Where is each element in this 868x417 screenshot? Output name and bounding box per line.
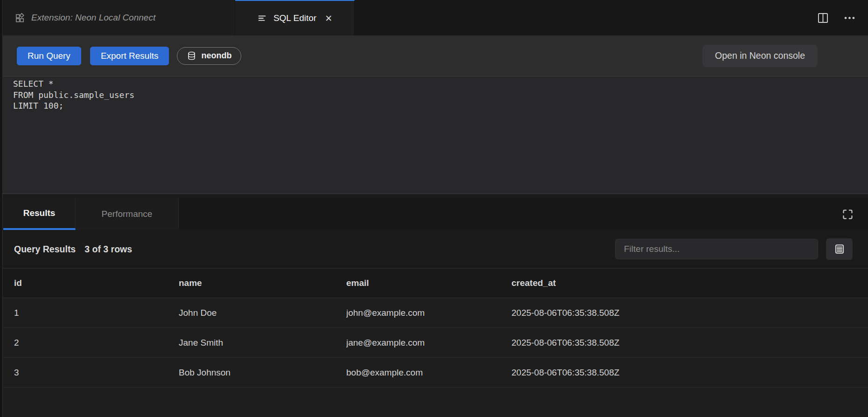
column-header[interactable]: name	[179, 278, 346, 288]
table-cell: Bob Johnson	[179, 368, 346, 378]
table-row[interactable]: 1John Doejohn@example.com2025-08-06T06:3…	[0, 298, 868, 328]
expand-fullscreen-icon[interactable]	[840, 207, 855, 222]
tab-sql-editor[interactable]: SQL Editor ✕	[235, 0, 355, 35]
tab-extension-neon-local-connect[interactable]: Extension: Neon Local Connect	[3, 0, 235, 35]
table-view-toggle-button[interactable]	[826, 238, 853, 260]
tab-results[interactable]: Results	[3, 198, 76, 230]
database-icon	[187, 51, 196, 61]
table-cell: 2	[14, 338, 179, 348]
table-cell: 3	[14, 368, 179, 378]
table-cell: bob@example.com	[346, 368, 511, 378]
sql-editor-toolbar: Run Query Export Results neondb Open in …	[0, 35, 868, 76]
window-left-edge	[0, 0, 3, 417]
editor-tab-bar: Extension: Neon Local Connect SQL Editor…	[0, 0, 868, 35]
tab-label: Extension: Neon Local Connect	[31, 13, 155, 23]
tab-performance[interactable]: Performance	[76, 198, 179, 230]
column-header[interactable]: created_at	[511, 278, 868, 288]
query-results-header: Query Results 3 of 3 rows	[0, 230, 868, 268]
list-lines-icon	[257, 13, 267, 23]
database-name: neondb	[201, 51, 231, 61]
rows-lines-icon	[833, 243, 846, 255]
table-cell: 2025-08-06T06:35:38.508Z	[511, 368, 868, 378]
split-editor-icon[interactable]	[817, 12, 829, 24]
row-count-badge: 3 of 3 rows	[84, 244, 132, 255]
results-table: idnameemailcreated_at 1John Doejohn@exam…	[0, 268, 868, 417]
tab-bar-actions	[817, 0, 868, 35]
column-header[interactable]: id	[14, 278, 179, 288]
run-query-button[interactable]: Run Query	[17, 47, 81, 65]
more-actions-icon[interactable]	[843, 12, 856, 24]
table-row[interactable]: 3Bob Johnsonbob@example.com2025-08-06T06…	[0, 358, 868, 388]
column-header[interactable]: email	[346, 278, 511, 288]
table-cell: john@example.com	[346, 308, 511, 318]
results-section-tabs: Results Performance	[0, 198, 868, 230]
table-cell: jane@example.com	[346, 338, 511, 348]
extensions-icon	[14, 13, 25, 23]
sql-query-text[interactable]: SELECT * FROM public.sample_users LIMIT …	[0, 76, 868, 111]
tab-label: SQL Editor	[273, 13, 316, 23]
sql-code-editor[interactable]: SELECT * FROM public.sample_users LIMIT …	[0, 76, 868, 194]
table-body: 1John Doejohn@example.com2025-08-06T06:3…	[0, 298, 868, 388]
table-row[interactable]: 2Jane Smithjane@example.com2025-08-06T06…	[0, 328, 868, 358]
table-cell: 1	[14, 308, 179, 318]
table-cell: 2025-08-06T06:35:38.508Z	[511, 308, 868, 318]
export-results-button[interactable]: Export Results	[90, 47, 169, 65]
database-selector[interactable]: neondb	[177, 47, 241, 65]
filter-results-input[interactable]	[615, 239, 818, 259]
table-cell: John Doe	[179, 308, 346, 318]
open-neon-console-button[interactable]: Open in Neon console	[702, 45, 818, 67]
table-cell: Jane Smith	[179, 338, 346, 348]
query-results-title: Query Results	[14, 244, 76, 255]
table-header-row: idnameemailcreated_at	[0, 268, 868, 298]
close-tab-icon[interactable]: ✕	[325, 14, 332, 23]
table-cell: 2025-08-06T06:35:38.508Z	[511, 338, 868, 348]
